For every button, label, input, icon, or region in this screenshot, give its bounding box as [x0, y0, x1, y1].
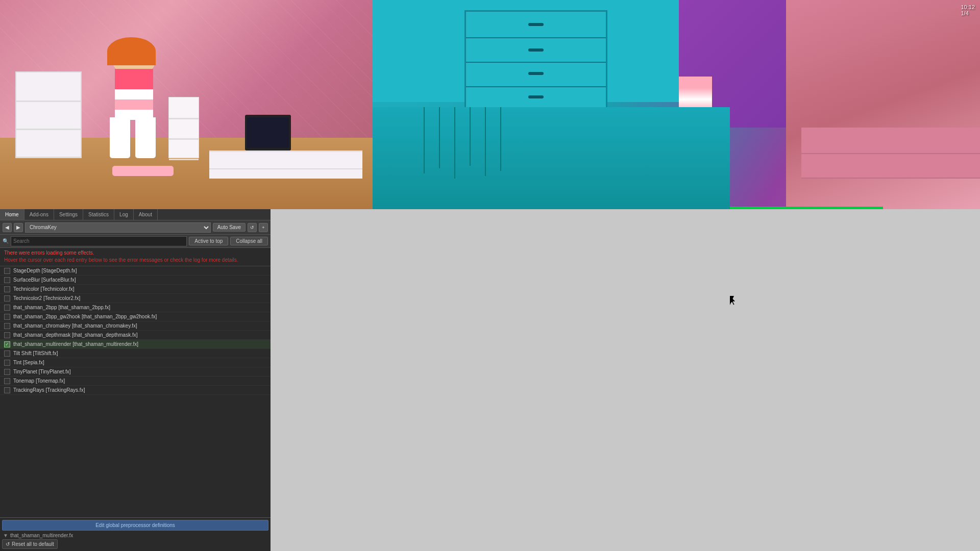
char-torso — [115, 69, 153, 120]
effect-checkbox-tonemap[interactable] — [4, 378, 10, 384]
effect-name-shaman_2bpp: that_shaman_2bpp [that_shaman_2bpp.fx] — [13, 305, 110, 310]
effect-item-tiltshift[interactable]: Tilt Shift [TiltShift.fx] — [0, 349, 271, 358]
right-floor — [373, 107, 730, 209]
effect-item-technicolor[interactable]: Technicolor [Technicolor.fx] — [0, 285, 271, 294]
effect-item-shaman_chromakey[interactable]: that_shaman_chromakey [that_shaman_chrom… — [0, 321, 271, 331]
effect-checkbox-technicolor2[interactable] — [4, 295, 10, 302]
tab-statistics[interactable]: Statistics — [83, 209, 114, 220]
effect-item-trackingrays[interactable]: TrackingRays [TrackingRays.fx] — [0, 386, 271, 395]
left-dresser — [15, 71, 82, 158]
shader-name-row: ▼ that_shaman_multirender.fx — [2, 531, 268, 539]
bottom-panel: Home Add-ons Settings Statistics Log Abo… — [0, 209, 271, 551]
char-leg-l — [110, 117, 130, 158]
viewport-bg — [0, 0, 373, 209]
viewport-left[interactable] — [0, 0, 373, 209]
effect-item-shaman_depthmask[interactable]: that_shaman_depthmask [that_shaman_depth… — [0, 331, 271, 340]
effect-checkbox-tiltshift[interactable] — [4, 350, 10, 357]
tab-bar: Home Add-ons Settings Statistics Log Abo… — [0, 209, 271, 220]
edit-global-button[interactable]: Edit global preprocessor definitions — [2, 520, 268, 531]
forward-button[interactable]: ▶ — [14, 223, 23, 232]
add-button[interactable]: + — [259, 223, 268, 232]
effect-item-shaman_2bpp[interactable]: that_shaman_2bpp [that_shaman_2bpp.fx] — [0, 303, 271, 312]
effect-item-tint[interactable]: Tint [Sepia.fx] — [0, 358, 271, 367]
toolbar: ◀ ▶ ChromaKey Auto Save ↺ + — [0, 220, 271, 235]
effect-checkbox-stagedepth[interactable] — [4, 268, 10, 274]
tab-about[interactable]: About — [134, 209, 158, 220]
search-row: 🔍 Active to top Collapse all — [0, 235, 271, 248]
effects-list[interactable]: StageDepth [StageDepth.fx]SurfaceBlur [S… — [0, 266, 271, 517]
tab-addons[interactable]: Add-ons — [24, 209, 54, 220]
effect-name-shaman_multirender: that_shaman_multirender [that_shaman_mul… — [13, 341, 138, 347]
effect-name-stagedepth: StageDepth [StageDepth.fx] — [13, 268, 77, 273]
auto-save-button[interactable]: Auto Save — [213, 223, 246, 232]
tab-home[interactable]: Home — [0, 209, 24, 220]
effect-name-shaman_depthmask: that_shaman_depthmask [that_shaman_depth… — [13, 332, 137, 338]
effect-item-shaman_2bpp_gw2hook[interactable]: that_shaman_2bpp_gw2hook [that_shaman_2b… — [0, 312, 271, 321]
error-block: There were errors loading some effects. … — [0, 248, 271, 266]
reset-label: Reset all to default — [12, 541, 54, 547]
effect-name-surfaceblur: SurfaceBlur [SurfaceBlur.fx] — [13, 277, 76, 283]
effect-checkbox-technicolor[interactable] — [4, 286, 10, 292]
right-drawers — [464, 10, 607, 112]
error-description: Hover the cursor over each red entry bel… — [4, 257, 266, 264]
effect-checkbox-tint[interactable] — [4, 360, 10, 366]
effect-checkbox-shaman_depthmask[interactable] — [4, 332, 10, 338]
active-to-top-button[interactable]: Active to top — [189, 237, 228, 245]
bottom-section: Edit global preprocessor definitions ▼ t… — [0, 517, 271, 551]
shader-name-label: that_shaman_multirender.fx — [10, 533, 73, 538]
effect-item-tinyplanet[interactable]: TinyPlanet [TinyPlanet.fx] — [0, 367, 271, 377]
right-panel — [271, 209, 980, 551]
effect-checkbox-trackingrays[interactable] — [4, 387, 10, 393]
preset-select[interactable]: ChromaKey — [25, 222, 211, 233]
tab-log[interactable]: Log — [114, 209, 134, 220]
chair-seat — [112, 166, 174, 176]
bookshelf — [168, 97, 199, 158]
effect-checkbox-surfaceblur[interactable] — [4, 277, 10, 283]
error-title: There were errors loading some effects. — [4, 250, 266, 256]
timestamp: 10:12 1/4 — [961, 4, 975, 16]
effect-checkbox-shaman_2bpp[interactable] — [4, 305, 10, 311]
collapse-arrow-icon[interactable]: ▼ — [3, 533, 8, 538]
desk-top — [209, 151, 362, 158]
char-leg-r — [135, 117, 156, 158]
viewport-area: 10:12 1/4 — [0, 0, 980, 209]
search-input[interactable] — [11, 236, 187, 246]
char-hair — [107, 37, 156, 65]
effect-name-shaman_chromakey: that_shaman_chromakey [that_shaman_chrom… — [13, 323, 137, 329]
effect-item-stagedepth[interactable]: StageDepth [StageDepth.fx] — [0, 266, 271, 276]
desk-front — [209, 158, 362, 179]
effect-checkbox-shaman_multirender[interactable] — [4, 341, 10, 347]
effect-item-shaman_multirender[interactable]: that_shaman_multirender [that_shaman_mul… — [0, 340, 271, 349]
effect-name-tint: Tint [Sepia.fx] — [13, 360, 44, 365]
effect-name-technicolor: Technicolor [Technicolor.fx] — [13, 286, 75, 292]
effect-name-trackingrays: TrackingRays [TrackingRays.fx] — [13, 387, 85, 393]
effect-checkbox-shaman_chromakey[interactable] — [4, 323, 10, 329]
effect-name-shaman_2bpp_gw2hook: that_shaman_2bpp_gw2hook [that_shaman_2b… — [13, 314, 157, 319]
effect-item-tonemap[interactable]: Tonemap [Tonemap.fx] — [0, 377, 271, 386]
effect-name-technicolor2: Technicolor2 [Technicolor2.fx] — [13, 295, 80, 301]
effect-name-tinyplanet: TinyPlanet [TinyPlanet.fx] — [13, 369, 71, 374]
effect-item-technicolor2[interactable]: Technicolor2 [Technicolor2.fx] — [0, 294, 271, 303]
collapse-all-button[interactable]: Collapse all — [230, 237, 268, 245]
reset-icon: ↺ — [6, 541, 10, 547]
reload-button[interactable]: ↺ — [248, 223, 257, 232]
back-button[interactable]: ◀ — [3, 223, 12, 232]
effect-name-tiltshift: Tilt Shift [TiltShift.fx] — [13, 350, 58, 356]
viewport-right[interactable]: 10:12 1/4 — [373, 0, 980, 209]
monitor — [245, 115, 291, 151]
effect-checkbox-tinyplanet[interactable] — [4, 369, 10, 375]
right-desk — [801, 128, 980, 179]
tab-settings[interactable]: Settings — [54, 209, 83, 220]
right-view-bg — [373, 0, 980, 209]
search-icon: 🔍 — [3, 238, 9, 244]
effect-name-tonemap: Tonemap [Tonemap.fx] — [13, 378, 65, 384]
effect-checkbox-shaman_2bpp_gw2hook[interactable] — [4, 314, 10, 320]
reset-all-button[interactable]: ↺ Reset all to default — [2, 539, 58, 549]
effect-item-surfaceblur[interactable]: SurfaceBlur [SurfaceBlur.fx] — [0, 276, 271, 285]
